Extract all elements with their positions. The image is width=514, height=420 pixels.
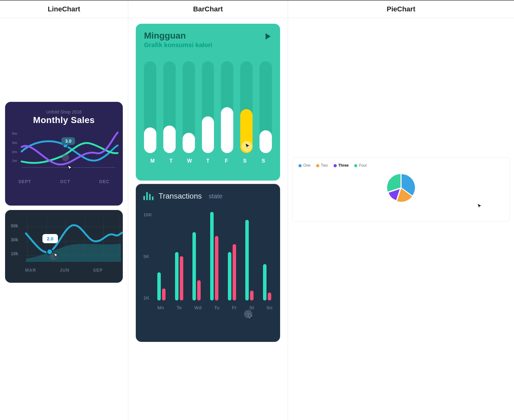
ytick: 30k	[11, 233, 18, 247]
mingguan-title: Mingguan	[144, 31, 272, 41]
ming-bar[interactable]	[183, 61, 195, 153]
transactions-bars[interactable]	[156, 212, 273, 300]
ming-xtick: W	[183, 158, 196, 164]
play-icon[interactable]	[266, 33, 271, 40]
ming-xtick: F	[220, 158, 233, 164]
monthly-sales-card[interactable]: Unfold Shop 2018 Monthly Sales 3.0 5m 3m…	[5, 102, 123, 206]
pie-slice-four[interactable]	[387, 174, 400, 192]
trans-xtick: Wd	[194, 305, 202, 310]
ming-xtick: S	[257, 158, 270, 164]
ytick: 5m	[12, 132, 17, 135]
xtick: OCT	[60, 179, 71, 184]
ytick: 10K	[143, 212, 156, 217]
ming-xtick: T	[164, 158, 178, 164]
transactions-card[interactable]: Transactions state 10K 5K 1K MnTeWdTuFrS…	[136, 184, 280, 342]
series-green[interactable]	[22, 143, 118, 163]
xtick: SEPT	[18, 179, 31, 184]
bar-column: Mingguan Grafik konsumsi kalori MTWTFSS …	[128, 18, 288, 420]
trans-xtick: Sn	[266, 305, 273, 310]
xtick: DEC	[99, 179, 110, 184]
ming-xtick: S	[238, 158, 252, 164]
trans-day[interactable]	[210, 212, 218, 300]
ming-bar[interactable]	[221, 61, 233, 153]
pie-column: OneTwoThreeFour	[288, 18, 514, 420]
monthly-tooltip: 3.0	[61, 137, 75, 145]
equalizer-icon	[143, 192, 154, 200]
ming-xtick: M	[146, 158, 159, 164]
area-tooltip: 2.0	[42, 234, 58, 243]
ming-bar[interactable]	[202, 61, 214, 153]
monthly-lines-svg[interactable]: 5m 3m 2m 1m	[9, 128, 118, 175]
pie-legend: OneTwoThreeFour	[298, 163, 504, 168]
transactions-xaxis: MnTeWdTuFrStSn	[143, 300, 273, 310]
ming-bar[interactable]	[163, 61, 176, 153]
xtick: MAR	[25, 268, 36, 273]
series-area[interactable]	[26, 244, 121, 262]
ming-xtick: T	[201, 158, 215, 164]
trans-day[interactable]	[263, 264, 271, 300]
ytick: 50k	[11, 219, 18, 233]
trans-xtick: Tu	[214, 305, 219, 310]
ytick: 1m	[12, 159, 17, 163]
trans-day[interactable]	[245, 220, 254, 300]
xtick: SEP	[93, 268, 103, 273]
monthly-title: Monthly Sales	[9, 115, 118, 125]
pie-svg[interactable]	[385, 172, 417, 204]
ytick: 3m	[12, 141, 17, 145]
ming-bar[interactable]	[144, 61, 156, 153]
trans-xtick: Te	[177, 305, 182, 310]
column-headers: LineChart BarChart PieChart	[0, 0, 514, 18]
mingguan-subtitle: Grafik konsumsi kalori	[144, 41, 272, 49]
area-svg[interactable]	[5, 214, 123, 268]
ytick: 10k	[11, 247, 18, 261]
hover-glow	[62, 154, 69, 161]
legend-item[interactable]: Four	[354, 163, 367, 168]
legend-item[interactable]: One	[298, 163, 310, 168]
mingguan-xaxis: MTWTFSS	[144, 153, 272, 164]
trans-day[interactable]	[157, 272, 166, 300]
ytick: 2m	[12, 150, 17, 154]
monthly-subtitle: Unfold Shop 2018	[9, 109, 118, 114]
mingguan-card[interactable]: Mingguan Grafik konsumsi kalori MTWTFSS	[136, 24, 280, 181]
ming-bar[interactable]	[260, 61, 272, 153]
ytick: 5K	[143, 254, 156, 259]
cursor-icon	[247, 313, 253, 320]
ming-bar[interactable]	[240, 61, 253, 153]
trans-xtick: Fr	[232, 305, 237, 310]
mingguan-bars[interactable]	[144, 61, 272, 153]
header-pie: PieChart	[288, 1, 514, 18]
trans-day[interactable]	[192, 232, 201, 300]
xtick: JUN	[60, 268, 69, 273]
transactions-title: Transactions	[159, 192, 202, 201]
legend-item[interactable]: Two	[316, 163, 328, 168]
legend-item[interactable]: Three	[334, 163, 349, 168]
line-column: Unfold Shop 2018 Monthly Sales 3.0 5m 3m…	[0, 18, 128, 420]
cursor-icon	[477, 203, 482, 210]
trans-day[interactable]	[228, 244, 236, 300]
trans-xtick: Mn	[157, 305, 164, 310]
area-chart-card[interactable]: 50k 30k 10k 2.0	[5, 210, 123, 283]
trans-xtick: St	[249, 305, 254, 310]
transactions-state: state	[209, 193, 223, 200]
header-line: LineChart	[0, 1, 128, 18]
ytick: 1K	[143, 295, 156, 300]
trans-day[interactable]	[175, 252, 183, 300]
header-bar: BarChart	[128, 1, 288, 18]
hover-glow	[50, 252, 57, 260]
pie-card[interactable]: OneTwoThreeFour	[292, 157, 510, 222]
